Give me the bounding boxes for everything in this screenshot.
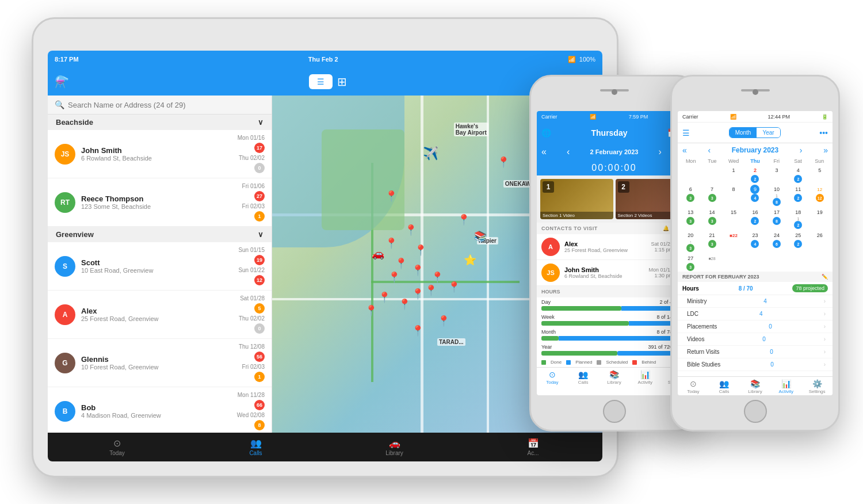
pr-stat-return-visits[interactable]: Return Visits 0 › <box>678 346 833 358</box>
pr-tab-today[interactable]: ⊙ Today <box>678 379 709 394</box>
pr-year-btn[interactable]: Year <box>757 128 780 138</box>
pr-month-btn[interactable]: Month <box>730 128 757 138</box>
map-pin-book[interactable]: 📚 <box>474 230 487 243</box>
list-tab-button[interactable]: ☰ <box>309 74 333 89</box>
map-pin-orange-3[interactable]: 📍 <box>437 315 450 327</box>
map-pin-blue-6[interactable]: 📍 <box>378 291 391 304</box>
pr-day-2[interactable]: 2 2 <box>744 165 765 184</box>
map-pin-blue-5[interactable]: 📍 <box>425 284 437 297</box>
map-pin-red-1[interactable]: 📍 <box>385 237 398 250</box>
map-pin-blue-7[interactable]: 📍 <box>365 304 377 317</box>
pr-day-27[interactable]: 27 3 <box>680 253 701 272</box>
map-pin-blue[interactable]: 📍 <box>497 156 510 169</box>
pl-tab-activity[interactable]: 📊 Activity <box>629 370 660 385</box>
pr-day-5[interactable]: 5 <box>809 165 830 184</box>
map-pin-blue-3[interactable]: 📍 <box>414 244 427 257</box>
phone-right-home-button[interactable] <box>744 400 767 423</box>
pl-video-1[interactable]: 1 Section 1 Video <box>540 179 613 219</box>
filter-icon[interactable]: ⚗️ <box>55 75 69 89</box>
pr-day-9[interactable]: 9 4 <box>744 184 765 207</box>
pr-day-26[interactable]: 26 <box>809 230 830 253</box>
pr-day-1[interactable]: 1 <box>723 165 744 184</box>
map-pin-blue-8[interactable]: 📍 <box>411 324 424 337</box>
phone-left-home-button[interactable] <box>603 400 626 423</box>
contact-item-bob[interactable]: B Bob 4 Madison Road, Greenview Mon 11/2… <box>48 387 272 433</box>
pr-day-14[interactable]: 14 3 <box>701 207 722 230</box>
pl-tab-calls[interactable]: 👥 Calls <box>568 370 599 385</box>
map-pin-brown[interactable]: 📍 <box>431 271 444 284</box>
pr-stat-placements[interactable]: Placements 0 › <box>678 320 833 333</box>
pr-day-6[interactable]: 6 3 <box>680 184 701 207</box>
tab-calls[interactable]: 👥 Calls <box>186 438 325 456</box>
tab-today[interactable]: ⊙ Today <box>48 438 186 456</box>
pr-cal-prev[interactable]: ‹ <box>708 146 711 155</box>
pr-day-num-24: 24 <box>772 231 781 240</box>
map-tab-button[interactable]: ⊞ <box>337 75 347 89</box>
pr-day-4[interactable]: 4 2 <box>788 165 808 184</box>
pl-tab-library[interactable]: 📚 Library <box>599 370 630 385</box>
map-pin-red-3[interactable]: 📍 <box>388 271 400 284</box>
pl-prev-prev-btn[interactable]: « <box>541 147 547 157</box>
map-pin-orange-2[interactable]: 📍 <box>398 298 411 311</box>
map-pin-orange-1[interactable]: 📍 <box>448 281 460 293</box>
pr-day-11[interactable]: 11 2 <box>788 184 808 207</box>
pl-nav-bar: 🌐 Thursday 📅 ⚙️ <box>537 123 692 143</box>
map-pin-gold[interactable]: ⭐ <box>464 254 476 266</box>
pr-day-25[interactable]: 25 2 <box>788 230 808 253</box>
pr-day-num-21: 21 <box>708 231 717 240</box>
map-pin-green-1[interactable]: 📍 <box>457 213 470 226</box>
pr-hdr-tue: Tue <box>701 157 723 165</box>
map-pin-red-2[interactable]: 📍 <box>395 257 407 270</box>
tab-library[interactable]: 🚗 Library <box>325 438 464 456</box>
pr-tab-calls[interactable]: 👥 Calls <box>709 379 740 394</box>
pr-day-24[interactable]: 24 6 <box>766 230 787 253</box>
search-input[interactable] <box>68 101 265 109</box>
pl-prev-btn[interactable]: ‹ <box>567 147 570 157</box>
tab-activity[interactable]: 📅 Ac... <box>464 438 602 456</box>
pr-day-12[interactable]: 12 12 <box>809 184 830 207</box>
wifi-icon: 📶 <box>568 56 576 63</box>
map-pin-blue-4[interactable]: 📍 <box>411 264 424 277</box>
pr-tab-library[interactable]: 📚 Library <box>740 379 771 394</box>
pr-stat-ldc[interactable]: LDC 4 › <box>678 308 833 320</box>
contact-item-glennis[interactable]: G Glennis 10 Forest Road, Greenview Thu … <box>48 339 272 387</box>
pr-day-21[interactable]: 21 3 <box>701 230 722 253</box>
map-pin-green-2[interactable]: 📍 <box>385 190 398 203</box>
pr-day-7[interactable]: 7 3 <box>701 184 722 207</box>
pr-day-15[interactable]: 15 <box>723 207 744 230</box>
map-pin-car[interactable]: 🚗 <box>372 247 384 260</box>
pr-tab-activity[interactable]: 📊 Activity <box>770 379 801 394</box>
pr-day-17[interactable]: 17 8 <box>766 207 787 230</box>
pr-day-16[interactable]: 16 2 <box>744 207 765 230</box>
legend-planned-dot <box>566 360 571 365</box>
pr-carrier: Carrier <box>682 114 698 120</box>
contact-item-scott[interactable]: S Scott 10 East Road, Greenview Sun 01/1… <box>48 242 272 291</box>
pr-tab-settings[interactable]: ⚙️ Settings <box>801 379 833 394</box>
pr-cal-prev-prev[interactable]: « <box>682 146 687 155</box>
contact-item-alex[interactable]: A Alex 25 Forest Road, Greenview Sat 01/… <box>48 291 272 339</box>
pr-day-empty-1 <box>680 165 701 184</box>
pl-contact-john[interactable]: JS John Smith 6 Rowland St, Beachside Mo… <box>537 260 692 286</box>
pr-day-22[interactable]: ■22 <box>723 230 744 253</box>
pr-day-3[interactable]: 3 <box>766 165 787 184</box>
pr-day-13[interactable]: 13 3 <box>680 207 701 230</box>
map-pin-brown-2[interactable]: 📍 <box>411 288 424 300</box>
pr-stat-videos[interactable]: Videos 0 › <box>678 333 833 346</box>
pr-day-19[interactable]: 19 <box>809 207 830 230</box>
pr-day-23[interactable]: 23 4 <box>744 230 765 253</box>
pr-day-10[interactable]: 10 1 8 <box>766 184 787 207</box>
pr-stat-bible-studies[interactable]: Bible Studies 0 › <box>678 358 833 371</box>
pr-day-28[interactable]: ■28 <box>701 253 722 272</box>
pr-day-20[interactable]: 20 ↑ 3 <box>680 230 701 253</box>
pl-contact-alex[interactable]: A Alex 25 Forest Road, Greenview Sat 01/… <box>537 234 692 260</box>
map-pin-blue-2[interactable]: 📍 <box>404 224 417 236</box>
pl-tab-today[interactable]: ⊙ Today <box>537 370 568 385</box>
pr-cal-next-next[interactable]: » <box>823 146 828 155</box>
pr-cal-next[interactable]: › <box>800 146 803 155</box>
contact-item-john-smith[interactable]: JS John Smith 6 Rowland St, Beachside Mo… <box>48 130 272 178</box>
pr-stat-ministry[interactable]: Ministry 4 › <box>678 295 833 308</box>
contact-item-reece[interactable]: RT Reece Thompson 123 Some St, Beachside… <box>48 178 272 227</box>
pr-day-18[interactable]: 18 1 2 <box>788 207 808 230</box>
pl-next-btn[interactable]: › <box>659 147 662 157</box>
pr-day-8[interactable]: 8 <box>723 184 744 207</box>
